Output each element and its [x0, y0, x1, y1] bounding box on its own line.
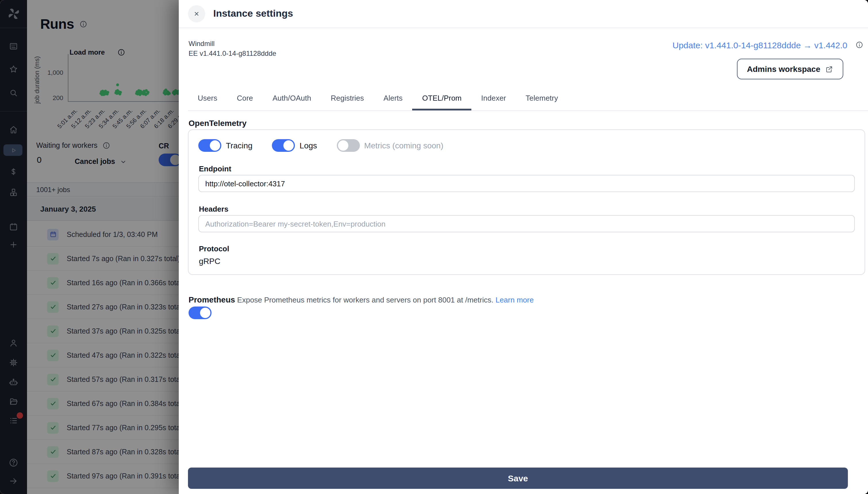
admins-workspace-button[interactable]: Admins workspace — [737, 59, 843, 79]
prometheus-toggle[interactable] — [189, 306, 212, 319]
endpoint-label: Endpoint — [199, 165, 231, 173]
prometheus-title: Prometheus — [189, 295, 235, 304]
toggle-item: Metrics (coming soon) — [337, 139, 443, 152]
app-window: Runs Load more job duration (ms) 1,00020… — [0, 0, 868, 494]
tab-auth-oauth[interactable]: Auth/OAuth — [263, 88, 321, 110]
version-text: EE v1.441.0-14-g81128ddde — [189, 50, 276, 57]
tab-users[interactable]: Users — [188, 88, 227, 110]
toggle-label: Logs — [299, 141, 317, 150]
tab-registries[interactable]: Registries — [321, 88, 374, 110]
app-name: Windmill — [189, 40, 215, 48]
tab-telemetry[interactable]: Telemetry — [516, 88, 568, 110]
logs-toggle[interactable] — [272, 139, 295, 152]
external-link-icon — [825, 65, 833, 73]
modal-title: Instance settings — [213, 8, 293, 20]
toggle-item: Logs — [272, 139, 317, 152]
protocol-label: Protocol — [199, 244, 229, 253]
headers-label: Headers — [199, 205, 229, 213]
metrics-coming-soon-toggle[interactable] — [337, 139, 359, 152]
tab-otel-prom[interactable]: OTEL/Prom — [412, 88, 471, 110]
tab-alerts[interactable]: Alerts — [374, 88, 412, 110]
endpoint-input[interactable] — [198, 175, 855, 192]
toggle-label: Metrics (coming soon) — [364, 141, 443, 150]
learn-more-link[interactable]: Learn more — [495, 296, 534, 304]
update-link[interactable]: Update: v1.441.0-14-g81128ddde → v1.442.… — [673, 40, 847, 50]
headers-input[interactable] — [198, 215, 855, 232]
protocol-value: gRPC — [199, 256, 220, 266]
instance-settings-modal: Instance settings Windmill EE v1.441.0-1… — [179, 0, 868, 494]
tab-core[interactable]: Core — [227, 88, 263, 110]
section-title-opentelemetry: OpenTelemetry — [189, 118, 246, 128]
prometheus-description: Expose Prometheus metrics for workers an… — [237, 296, 493, 304]
tab-indexer[interactable]: Indexer — [471, 88, 516, 110]
toggle-label: Tracing — [226, 141, 252, 150]
opentelemetry-panel: TracingLogsMetrics (coming soon) Endpoin… — [188, 129, 865, 275]
info-icon[interactable] — [855, 41, 863, 49]
settings-tabs: UsersCoreAuth/OAuthRegistriesAlertsOTEL/… — [188, 88, 868, 111]
toggle-item: Tracing — [198, 139, 252, 152]
save-button[interactable]: Save — [188, 468, 848, 489]
tracing-toggle[interactable] — [198, 139, 221, 152]
divider — [179, 27, 868, 28]
close-icon[interactable] — [188, 5, 205, 22]
